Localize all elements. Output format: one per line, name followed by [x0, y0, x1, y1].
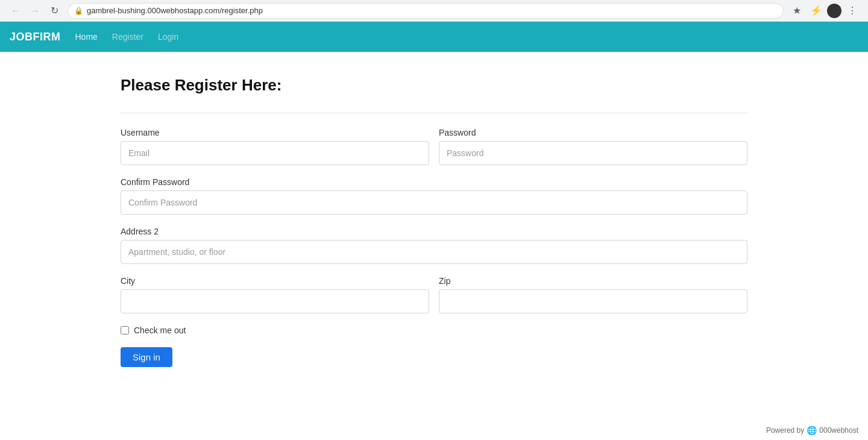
- city-zip-row: City Zip: [121, 276, 747, 313]
- sign-in-button[interactable]: Sign in: [121, 347, 172, 367]
- profile-avatar[interactable]: [827, 4, 841, 18]
- confirm-password-input[interactable]: [121, 190, 747, 215]
- checkbox-group: Check me out: [121, 325, 747, 335]
- reload-button[interactable]: ↻: [46, 2, 63, 19]
- password-input[interactable]: [439, 141, 747, 165]
- bookmark-button[interactable]: ★: [788, 2, 805, 19]
- zip-label: Zip: [439, 276, 747, 286]
- navbar: JOBFIRM Home Register Login: [0, 22, 868, 52]
- zip-input[interactable]: [439, 289, 747, 313]
- back-button[interactable]: ←: [7, 2, 24, 19]
- browser-actions: ★ ⚡ ⋮: [788, 2, 861, 19]
- username-password-row: Username Password: [121, 128, 747, 165]
- divider: [121, 113, 747, 113]
- menu-button[interactable]: ⋮: [844, 2, 861, 19]
- check-me-out-checkbox[interactable]: [121, 326, 129, 335]
- url-text: gambrel-bushing.000webhostapp.com/regist…: [87, 6, 263, 15]
- confirm-password-label: Confirm Password: [121, 177, 747, 187]
- confirm-password-group: Confirm Password: [121, 177, 747, 215]
- main-content: Please Register Here: Username Password …: [0, 52, 868, 391]
- forward-button[interactable]: →: [27, 2, 43, 19]
- address2-row: Address 2: [121, 227, 747, 264]
- username-input[interactable]: [121, 141, 429, 165]
- nav-link-login[interactable]: Login: [158, 32, 178, 42]
- confirm-password-row: Confirm Password: [121, 177, 747, 215]
- nav-link-home[interactable]: Home: [75, 32, 98, 42]
- navbar-brand: JOBFIRM: [10, 31, 61, 43]
- address2-input[interactable]: [121, 240, 747, 264]
- address2-group: Address 2: [121, 227, 747, 264]
- city-input[interactable]: [121, 289, 429, 313]
- extensions-button[interactable]: ⚡: [808, 2, 825, 19]
- page-title: Please Register Here:: [121, 76, 747, 95]
- checkbox-label[interactable]: Check me out: [134, 325, 186, 335]
- lock-icon: 🔒: [74, 7, 83, 15]
- city-label: City: [121, 276, 429, 286]
- password-group: Password: [439, 128, 747, 165]
- username-group: Username: [121, 128, 429, 165]
- username-label: Username: [121, 128, 429, 137]
- address-bar[interactable]: 🔒 gambrel-bushing.000webhostapp.com/regi…: [68, 3, 784, 19]
- password-label: Password: [439, 128, 747, 137]
- register-form: Username Password Confirm Password Addre…: [121, 128, 747, 367]
- browser-chrome: ← → ↻ 🔒 gambrel-bushing.000webhostapp.co…: [0, 0, 868, 22]
- browser-nav-buttons: ← → ↻: [7, 2, 63, 19]
- zip-group: Zip: [439, 276, 747, 313]
- nav-link-register[interactable]: Register: [112, 32, 143, 42]
- address2-label: Address 2: [121, 227, 747, 236]
- city-group: City: [121, 276, 429, 313]
